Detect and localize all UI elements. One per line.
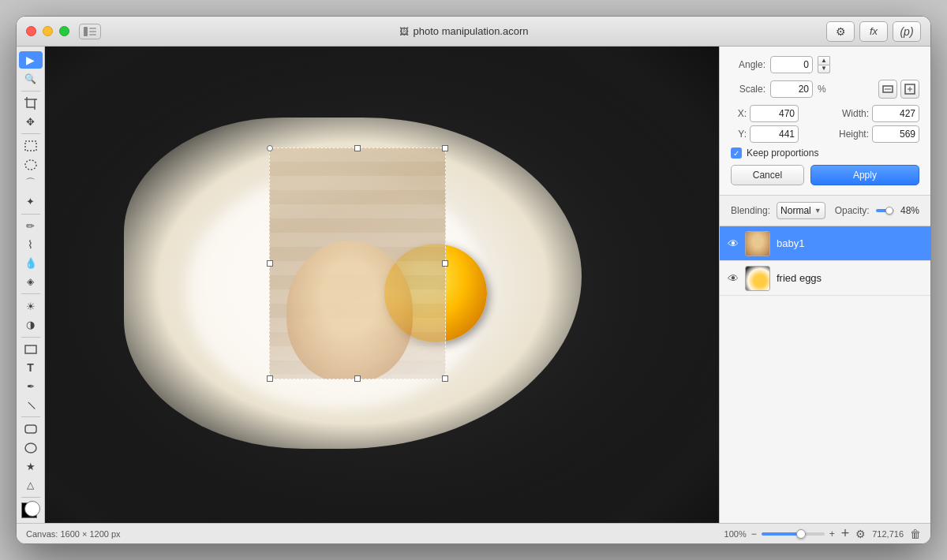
x-label: X: <box>731 108 747 119</box>
svg-rect-11 <box>25 345 36 353</box>
title-area: 🖼 photo manipulation.acorn <box>101 25 826 37</box>
trash-icon[interactable]: 🗑 <box>910 528 921 540</box>
layer-fried-eggs[interactable]: 👁 fried eggs <box>720 261 930 296</box>
angle-stepper[interactable]: ▲ ▼ <box>818 56 830 73</box>
settings-button[interactable]: ⚙︎ <box>826 21 855 42</box>
layer-thumbnail-eggs <box>745 266 770 291</box>
y-input[interactable] <box>750 125 799 143</box>
magic-wand[interactable]: ✦ <box>19 192 43 210</box>
eyedropper[interactable]: ◈ <box>19 273 43 290</box>
zoom-plus-icon[interactable]: + <box>829 528 835 539</box>
x-input[interactable] <box>750 105 799 122</box>
arrow-shape-tool[interactable]: △ <box>19 476 43 493</box>
scale-unit: % <box>818 84 826 95</box>
angle-input[interactable] <box>770 56 813 73</box>
canvas-area[interactable] <box>45 47 719 523</box>
keep-proportions-checkbox[interactable]: ✓ <box>731 147 742 159</box>
zoom-value: 100% <box>724 529 747 539</box>
blending-label: Blending: <box>731 205 770 216</box>
effects-button[interactable]: fx <box>859 21 888 42</box>
opacity-thumb[interactable] <box>885 207 893 215</box>
dodge-burn-tool[interactable]: ☀ <box>19 297 43 315</box>
publish-button[interactable]: (p) <box>893 21 921 42</box>
zoom-slider[interactable] <box>762 532 825 536</box>
rect-select[interactable] <box>19 137 43 155</box>
keep-proportions-row: ✓ Keep proportions <box>731 147 919 159</box>
cancel-button[interactable]: Cancel <box>731 165 804 185</box>
layer-baby1[interactable]: 👁 baby1 <box>720 226 930 261</box>
angle-down[interactable]: ▼ <box>818 65 830 74</box>
width-label: Width: <box>836 108 869 119</box>
zoom-tool[interactable]: 🔍 <box>19 69 43 87</box>
zoom-minus-icon[interactable]: − <box>751 528 757 539</box>
y-label: Y: <box>731 129 747 140</box>
position-section: X: Y: <box>731 105 799 143</box>
rounded-rect-tool[interactable] <box>19 420 43 438</box>
svg-point-10 <box>25 160 36 170</box>
crop-tool[interactable] <box>19 95 43 112</box>
ellipse-select[interactable] <box>19 156 43 174</box>
foreground-color[interactable] <box>24 501 40 517</box>
fill-tool[interactable]: 💧 <box>19 254 43 271</box>
layer-visibility-baby1[interactable]: 👁 <box>728 237 739 250</box>
transform-tool[interactable]: ✥ <box>19 113 43 130</box>
transform-panel: Angle: ▲ ▼ Scale: % <box>720 47 930 196</box>
brush-tool[interactable]: ⌇ <box>19 236 43 253</box>
toolbar-buttons: ⚙︎ fx (p) <box>826 21 921 42</box>
color-swatches[interactable] <box>20 501 42 518</box>
close-button[interactable] <box>26 26 36 36</box>
left-toolbar: ▶ 🔍 ✥ ⌒ ✦ ✏ ⌇ 💧 ◈ ☀ ◑ <box>17 47 45 523</box>
apply-button[interactable]: Apply <box>810 165 919 185</box>
opacity-label: Opacity: <box>835 205 870 216</box>
action-buttons: Cancel Apply <box>731 165 919 185</box>
titlebar: 🖼 photo manipulation.acorn ⚙︎ fx (p) <box>17 17 930 47</box>
window-title: photo manipulation.acorn <box>414 25 529 37</box>
ellipse-tool[interactable] <box>19 439 43 457</box>
scale-horizontal-button[interactable] <box>878 80 897 99</box>
layer-visibility-eggs[interactable]: 👁 <box>728 272 739 285</box>
opacity-slider[interactable] <box>876 209 894 212</box>
select-tool[interactable]: ▶ <box>19 51 43 69</box>
layers-panel: 👁 baby1 👁 fried eggs <box>720 226 930 523</box>
sidebar-toggle-button[interactable] <box>79 24 101 39</box>
blending-chevron-icon: ▼ <box>814 207 822 215</box>
text-tool[interactable]: T <box>19 359 43 376</box>
lasso-tool[interactable]: ⌒ <box>19 174 43 192</box>
layer-thumbnail-baby1 <box>745 231 770 256</box>
keep-proportions-label: Keep proportions <box>747 147 818 159</box>
svg-rect-1 <box>89 28 96 29</box>
height-row: Height: <box>836 125 919 143</box>
scale-input[interactable] <box>770 80 813 98</box>
svg-rect-0 <box>84 27 88 36</box>
blending-row: Blending: Normal ▼ Opacity: 48% <box>731 202 919 219</box>
svg-point-13 <box>25 443 36 453</box>
maximize-button[interactable] <box>59 26 69 36</box>
blending-panel: Blending: Normal ▼ Opacity: 48% <box>720 196 930 226</box>
statusbar: Canvas: 1600 × 1200 px 100% − + + ⚙ 712,… <box>17 523 930 543</box>
add-layer-button[interactable]: + <box>841 525 850 542</box>
zoom-thumb[interactable] <box>796 529 806 539</box>
scale-both-button[interactable] <box>900 80 919 99</box>
height-input[interactable] <box>872 125 919 143</box>
minimize-button[interactable] <box>43 26 53 36</box>
canvas-info: Canvas: 1600 × 1200 px <box>26 529 121 539</box>
width-input[interactable] <box>872 105 919 122</box>
position-size-area: X: Y: Width: <box>731 105 919 143</box>
blending-mode-select[interactable]: Normal ▼ <box>777 202 825 219</box>
svg-rect-3 <box>89 34 96 35</box>
star-tool[interactable]: ★ <box>19 457 43 475</box>
svg-rect-12 <box>25 425 36 433</box>
shape-rect[interactable] <box>19 341 43 358</box>
svg-rect-9 <box>25 141 36 151</box>
traffic-lights <box>26 26 69 36</box>
height-label: Height: <box>836 129 869 140</box>
scale-row: Scale: % <box>731 80 919 99</box>
baby-face <box>286 241 413 379</box>
main-area: ▶ 🔍 ✥ ⌒ ✦ ✏ ⌇ 💧 ◈ ☀ ◑ <box>17 47 930 523</box>
gradient-tool[interactable]: ◑ <box>19 315 43 333</box>
pencil-tool[interactable]: ✏ <box>19 218 43 235</box>
angle-up[interactable]: ▲ <box>818 56 830 65</box>
egg-thumb-image <box>746 267 769 290</box>
baby-layer <box>269 147 446 379</box>
layer-settings-icon[interactable]: ⚙ <box>855 528 866 540</box>
